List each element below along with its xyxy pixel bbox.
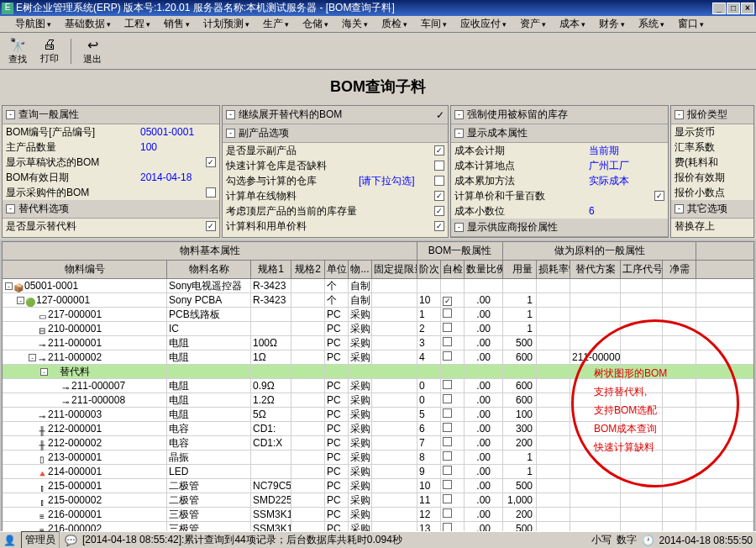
- field-checkbox[interactable]: ✓: [206, 221, 216, 231]
- table-row[interactable]: ⊸211-000001 电阻 100Ω PC 采购 3 .00 500: [3, 336, 753, 350]
- table-row[interactable]: -🟢127-000001 Sony PCBA R-3423 个 自制 10 ✓ …: [3, 293, 753, 308]
- menu-item[interactable]: 生产▾: [256, 15, 296, 33]
- row-checkbox[interactable]: [443, 494, 452, 503]
- row-checkbox[interactable]: [443, 466, 452, 475]
- tree-expand-icon[interactable]: -: [29, 354, 36, 361]
- column-header[interactable]: 替代方案: [570, 261, 621, 278]
- field-checkbox[interactable]: ✓: [434, 191, 444, 201]
- row-checkbox[interactable]: [443, 380, 452, 389]
- row-checkbox[interactable]: [443, 423, 452, 432]
- collapse-icon[interactable]: -: [6, 204, 15, 213]
- field-value[interactable]: 实际成本: [589, 174, 664, 188]
- tree-expand-icon[interactable]: -: [17, 297, 24, 304]
- field-value[interactable]: 当前期: [589, 144, 664, 158]
- field-value[interactable]: 100: [140, 141, 216, 153]
- field-checkbox[interactable]: [206, 187, 216, 198]
- field-checkbox[interactable]: [434, 161, 444, 171]
- field-checkbox[interactable]: ✓: [654, 191, 664, 201]
- column-header[interactable]: 物...: [349, 261, 372, 278]
- row-checkbox[interactable]: [443, 408, 452, 418]
- sub-panel-footer[interactable]: -显示供应商报价属性: [451, 219, 668, 237]
- column-header[interactable]: 固定提限量: [372, 261, 417, 278]
- minimize-button[interactable]: _: [712, 3, 726, 14]
- collapse-icon[interactable]: -: [6, 110, 15, 119]
- menu-item[interactable]: 资产▾: [513, 15, 553, 33]
- panel-header[interactable]: -报价类型: [671, 106, 753, 124]
- table-row[interactable]: -替代料: [3, 365, 753, 379]
- field-value[interactable]: 05001-0001: [140, 126, 216, 138]
- menu-item[interactable]: 车间▾: [414, 15, 454, 33]
- row-checkbox[interactable]: [443, 308, 452, 318]
- menu-item[interactable]: 质检▾: [375, 15, 414, 33]
- panel-header[interactable]: -继续展开替代料的BOM✓: [223, 106, 448, 124]
- row-checkbox[interactable]: [443, 337, 452, 346]
- table-row[interactable]: ≡216-000001 三极管 SSM3K15FS PC 采购 12 .00 2…: [3, 508, 753, 522]
- field-value[interactable]: 广州工厂: [589, 159, 664, 173]
- print-button[interactable]: 🖨打印: [35, 35, 64, 66]
- column-header[interactable]: 数量比例...: [465, 261, 503, 278]
- menu-item[interactable]: 导航图▾: [8, 15, 58, 33]
- table-row[interactable]: -📦05001-0001 Sony电视遥控器 R-3423 个 自制: [3, 279, 753, 293]
- row-checkbox[interactable]: [443, 394, 452, 403]
- row-checkbox[interactable]: [443, 523, 452, 532]
- table-row[interactable]: -⊸211-000002 电阻 1Ω PC 采购 4 .00 600 211-0…: [3, 350, 753, 365]
- table-row[interactable]: ╫212-000001 电容 CD1: PC 采购 6 .00 300: [3, 422, 753, 436]
- field-value[interactable]: [请下拉勾选]: [359, 174, 434, 188]
- menu-item[interactable]: 基础数据▾: [58, 15, 118, 33]
- sub-panel-header[interactable]: -替代料选项: [3, 200, 219, 219]
- collapse-icon[interactable]: -: [226, 129, 235, 138]
- table-row[interactable]: ⊸211-000003 电阻 5Ω PC 采购 5 .00 100: [3, 408, 753, 422]
- collapse-icon[interactable]: -: [454, 129, 464, 138]
- table-row[interactable]: ╫212-000002 电容 CD1:X PC 采购 7 .00 200: [3, 436, 753, 451]
- panel-checkbox[interactable]: ✓: [436, 109, 444, 121]
- table-row[interactable]: ⫿215-000002 二极管 SMD225PA PC 采购 11 .00 1,…: [3, 493, 753, 508]
- panel-header[interactable]: -查询一般属性: [3, 106, 219, 124]
- table-row[interactable]: ⊟210-000001 IC PC 采购 2 .00 1: [3, 322, 753, 336]
- close-button[interactable]: ×: [741, 3, 754, 14]
- menu-item[interactable]: 应收应付▾: [454, 15, 513, 33]
- collapse-icon[interactable]: -: [454, 110, 464, 119]
- table-row[interactable]: ⫿215-000001 二极管 NC79C55 PC 采购 10 .00 500: [3, 479, 753, 493]
- column-header[interactable]: 用量: [503, 261, 537, 278]
- find-button[interactable]: 🔭查找: [3, 35, 32, 67]
- panel-header[interactable]: -强制使用被标留的库存: [451, 106, 668, 124]
- field-checkbox[interactable]: ✓: [434, 206, 444, 216]
- column-header[interactable]: 自检: [441, 261, 465, 278]
- table-row[interactable]: ▭217-000001 PCB线路板 PC 采购 1 .00 1: [3, 308, 753, 322]
- row-checkbox[interactable]: [443, 437, 452, 446]
- maximize-button[interactable]: □: [727, 3, 740, 14]
- menu-item[interactable]: 销售▾: [157, 15, 197, 33]
- sub-panel-header[interactable]: -副产品选项: [223, 124, 448, 143]
- collapse-icon[interactable]: -: [454, 223, 464, 232]
- row-checkbox[interactable]: [443, 508, 452, 518]
- row-checkbox[interactable]: [443, 480, 452, 489]
- field-checkbox[interactable]: [434, 176, 444, 186]
- table-row[interactable]: 🔺214-000001 LED PC 采购 9 .00 1: [3, 465, 753, 479]
- menu-item[interactable]: 工程▾: [118, 15, 157, 33]
- field-value[interactable]: 2014-04-18: [140, 171, 216, 183]
- column-header[interactable]: 单位: [325, 261, 349, 278]
- column-header[interactable]: 阶次: [417, 261, 441, 278]
- field-value[interactable]: 6: [589, 205, 664, 217]
- collapse-icon[interactable]: -: [226, 110, 235, 119]
- menu-item[interactable]: 计划预测▾: [197, 15, 256, 33]
- sub-panel-header[interactable]: -显示成本属性: [451, 124, 668, 143]
- column-header[interactable]: 净需: [663, 261, 696, 278]
- collapse-icon[interactable]: -: [675, 204, 684, 213]
- table-row[interactable]: ⊸211-000008 电阻 1.2Ω PC 采购 0 .00 600: [3, 393, 753, 408]
- column-header[interactable]: 工序代号: [621, 261, 663, 278]
- row-checkbox[interactable]: [443, 451, 452, 461]
- field-checkbox[interactable]: ✓: [206, 157, 216, 167]
- collapse-icon[interactable]: -: [675, 110, 684, 119]
- tree-expand-icon[interactable]: -: [5, 282, 13, 290]
- field-checkbox[interactable]: ✓: [434, 145, 444, 155]
- row-checkbox[interactable]: ✓: [443, 297, 452, 306]
- menu-item[interactable]: 仓储▾: [296, 15, 335, 33]
- column-header[interactable]: 物料编号: [3, 261, 167, 278]
- menu-item[interactable]: 窗口▾: [671, 15, 711, 33]
- menu-item[interactable]: 财务▾: [592, 15, 632, 33]
- menu-item[interactable]: 成本▾: [553, 15, 592, 33]
- menu-item[interactable]: 系统▾: [632, 15, 671, 33]
- column-header[interactable]: 物料名称: [167, 261, 251, 278]
- field-checkbox[interactable]: ✓: [434, 221, 444, 231]
